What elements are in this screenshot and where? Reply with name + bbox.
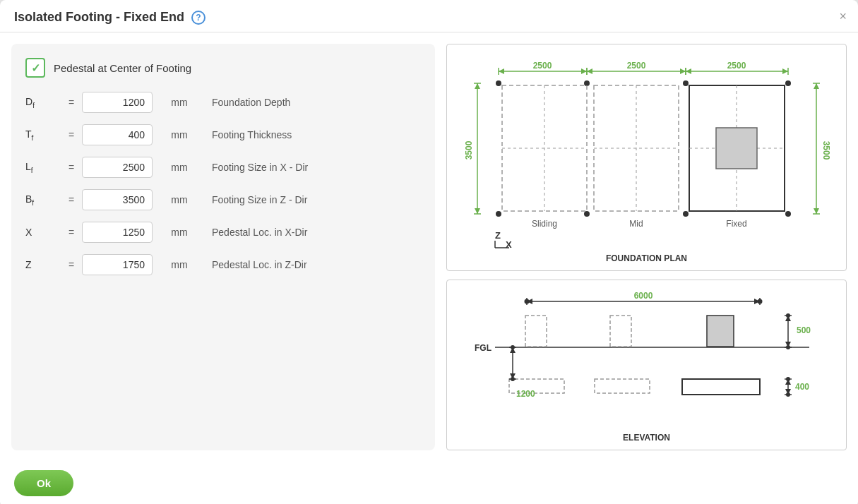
input-lf[interactable] xyxy=(82,157,153,178)
checkbox-label: Pedestal at Center of Footing xyxy=(54,62,191,74)
right-panel: 2500 2500 2500 xyxy=(446,44,847,450)
svg-text:Sliding: Sliding xyxy=(531,219,556,229)
param-row-df: Df = mm Foundation Depth xyxy=(25,92,421,113)
svg-marker-16 xyxy=(686,68,691,74)
unit-lf: mm xyxy=(158,162,201,173)
unit-bf: mm xyxy=(158,194,201,205)
svg-point-34 xyxy=(496,211,501,217)
svg-text:Fixed: Fixed xyxy=(726,219,746,229)
svg-rect-70 xyxy=(682,379,760,395)
pedestal-checkbox[interactable]: ✓ xyxy=(25,58,45,78)
desc-lf: Footing Size in X - Dir xyxy=(212,162,308,173)
desc-df: Foundation Depth xyxy=(212,97,290,108)
svg-marker-29 xyxy=(814,208,819,214)
equals-z: = xyxy=(61,259,82,270)
desc-z: Pedestal Loc. in Z-Dir xyxy=(212,259,307,270)
svg-point-33 xyxy=(785,80,791,86)
svg-marker-10 xyxy=(587,68,592,74)
svg-text:6000: 6000 xyxy=(633,291,653,301)
svg-text:3500: 3500 xyxy=(821,141,831,160)
svg-marker-28 xyxy=(814,83,819,89)
unit-df: mm xyxy=(158,97,201,108)
input-df[interactable] xyxy=(82,92,153,113)
desc-x: Pedestal Loc. in X-Dir xyxy=(212,227,307,238)
svg-point-94 xyxy=(786,392,790,397)
equals-tf: = xyxy=(61,129,82,140)
desc-tf: Footing Thickness xyxy=(212,129,292,140)
unit-z: mm xyxy=(158,259,201,270)
elevation-svg: 6000 FGL xyxy=(456,287,838,428)
help-icon[interactable]: ? xyxy=(191,11,205,25)
svg-point-86 xyxy=(511,377,515,381)
dialog-header: Isolated Footing - Fixed End ? × xyxy=(0,0,858,32)
desc-bf: Footing Size in Z - Dir xyxy=(212,194,307,205)
svg-marker-23 xyxy=(475,208,480,214)
svg-marker-11 xyxy=(680,68,686,74)
equals-df: = xyxy=(61,97,82,108)
svg-rect-67 xyxy=(610,316,631,347)
svg-point-31 xyxy=(584,80,590,86)
svg-marker-4 xyxy=(499,68,504,74)
svg-point-35 xyxy=(584,211,590,217)
svg-text:2500: 2500 xyxy=(626,61,645,71)
equals-bf: = xyxy=(61,194,82,205)
svg-text:2500: 2500 xyxy=(727,61,746,71)
svg-point-36 xyxy=(683,211,689,217)
svg-rect-69 xyxy=(707,316,734,347)
svg-text:1200: 1200 xyxy=(516,389,535,399)
svg-point-62 xyxy=(757,299,762,304)
close-icon[interactable]: × xyxy=(839,10,847,23)
left-panel: ✓ Pedestal at Center of Footing Df = mm … xyxy=(11,44,435,450)
dialog-title: Isolated Footing - Fixed End xyxy=(14,10,184,25)
svg-marker-5 xyxy=(581,68,587,74)
elevation-label: ELEVATION xyxy=(623,428,670,443)
plan-label: FOUNDATION PLAN xyxy=(606,249,687,263)
input-z[interactable] xyxy=(82,254,153,275)
input-bf[interactable] xyxy=(82,189,153,210)
svg-marker-22 xyxy=(475,83,480,89)
plan-svg: 2500 2500 2500 xyxy=(456,52,838,249)
svg-rect-68 xyxy=(595,379,650,393)
svg-text:FGL: FGL xyxy=(475,343,491,353)
equals-lf: = xyxy=(61,162,82,173)
symbol-lf: Lf xyxy=(25,161,61,174)
svg-marker-17 xyxy=(782,68,788,74)
param-row-bf: Bf = mm Footing Size in Z - Dir xyxy=(25,189,421,210)
unit-tf: mm xyxy=(158,129,201,140)
symbol-z: Z xyxy=(25,259,61,270)
svg-point-85 xyxy=(511,345,515,349)
elevation-diagram-box: 6000 FGL xyxy=(446,280,847,450)
svg-rect-65 xyxy=(525,316,547,347)
svg-text:500: 500 xyxy=(797,325,811,335)
svg-point-78 xyxy=(786,345,790,349)
svg-text:400: 400 xyxy=(795,382,809,392)
equals-x: = xyxy=(61,227,82,238)
checkbox-row: ✓ Pedestal at Center of Footing xyxy=(25,58,421,78)
symbol-df: Df xyxy=(25,96,61,109)
svg-point-30 xyxy=(496,80,501,86)
symbol-tf: Tf xyxy=(25,128,61,142)
unit-x: mm xyxy=(158,227,201,238)
param-row-z: Z = mm Pedestal Loc. in Z-Dir xyxy=(25,254,421,275)
svg-text:Mid: Mid xyxy=(629,219,643,229)
svg-point-32 xyxy=(683,80,689,86)
param-row-tf: Tf = mm Footing Thickness xyxy=(25,124,421,145)
svg-point-93 xyxy=(786,377,790,381)
symbol-bf: Bf xyxy=(25,193,61,207)
symbol-x: X xyxy=(25,227,61,238)
param-row-lf: Lf = mm Footing Size in X - Dir xyxy=(25,157,421,178)
svg-point-37 xyxy=(785,211,791,217)
svg-point-61 xyxy=(524,299,529,304)
plan-diagram-box: 2500 2500 2500 xyxy=(446,44,847,271)
dialog-body: ✓ Pedestal at Center of Footing Df = mm … xyxy=(0,32,858,462)
dialog-footer: Ok xyxy=(0,462,858,504)
svg-text:3500: 3500 xyxy=(464,140,474,160)
svg-text:Z: Z xyxy=(495,230,501,241)
svg-text:2500: 2500 xyxy=(532,61,552,71)
dialog: Isolated Footing - Fixed End ? × ✓ Pedes… xyxy=(0,0,858,504)
svg-rect-47 xyxy=(716,128,757,169)
svg-point-77 xyxy=(786,313,790,318)
input-x[interactable] xyxy=(82,222,153,243)
input-tf[interactable] xyxy=(82,124,153,145)
ok-button[interactable]: Ok xyxy=(14,470,73,496)
